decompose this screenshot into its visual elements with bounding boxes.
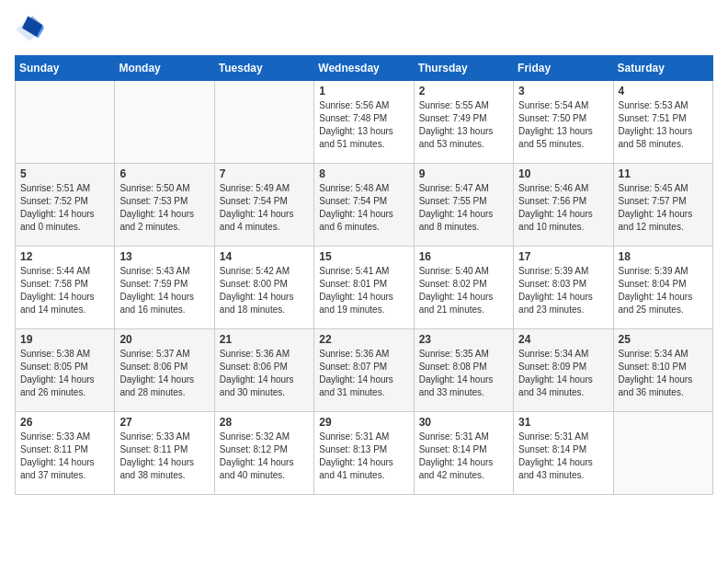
cell-info: Sunrise: 5:43 AM Sunset: 7:59 PM Dayligh… xyxy=(119,265,209,316)
cell-info: Sunrise: 5:33 AM Sunset: 8:11 PM Dayligh… xyxy=(119,431,209,482)
calendar-cell xyxy=(16,81,115,164)
day-number: 3 xyxy=(518,85,608,98)
calendar-cell: 29Sunrise: 5:31 AM Sunset: 8:13 PM Dayli… xyxy=(314,412,414,495)
cell-info: Sunrise: 5:46 AM Sunset: 7:56 PM Dayligh… xyxy=(518,182,608,234)
calendar-cell: 17Sunrise: 5:39 AM Sunset: 8:03 PM Dayli… xyxy=(514,247,613,329)
cell-info: Sunrise: 5:31 AM Sunset: 8:14 PM Dayligh… xyxy=(419,431,508,482)
day-number: 18 xyxy=(619,250,708,263)
calendar-cell: 20Sunrise: 5:37 AM Sunset: 8:06 PM Dayli… xyxy=(115,329,214,412)
calendar-cell: 1Sunrise: 5:56 AM Sunset: 7:48 PM Daylig… xyxy=(314,81,414,164)
cell-info: Sunrise: 5:45 AM Sunset: 7:57 PM Dayligh… xyxy=(619,182,708,234)
day-number: 26 xyxy=(20,416,109,429)
day-number: 4 xyxy=(619,85,708,98)
cell-info: Sunrise: 5:35 AM Sunset: 8:08 PM Dayligh… xyxy=(419,348,508,399)
header-cell-saturday: Saturday xyxy=(613,56,712,81)
week-row-0: 1Sunrise: 5:56 AM Sunset: 7:48 PM Daylig… xyxy=(16,81,713,164)
cell-info: Sunrise: 5:51 AM Sunset: 7:52 PM Dayligh… xyxy=(20,182,109,234)
day-number: 20 xyxy=(119,333,209,346)
cell-info: Sunrise: 5:32 AM Sunset: 8:12 PM Dayligh… xyxy=(220,431,309,482)
cell-info: Sunrise: 5:39 AM Sunset: 8:04 PM Dayligh… xyxy=(619,265,708,316)
header-cell-tuesday: Tuesday xyxy=(214,56,313,81)
day-number: 17 xyxy=(518,250,608,263)
day-number: 16 xyxy=(419,250,508,263)
week-row-4: 26Sunrise: 5:33 AM Sunset: 8:11 PM Dayli… xyxy=(16,412,713,495)
week-row-3: 19Sunrise: 5:38 AM Sunset: 8:05 PM Dayli… xyxy=(16,329,713,412)
calendar-cell: 24Sunrise: 5:34 AM Sunset: 8:09 PM Dayli… xyxy=(514,329,613,412)
calendar-table: SundayMondayTuesdayWednesdayThursdayFrid… xyxy=(15,55,713,495)
day-number: 25 xyxy=(619,333,708,346)
cell-info: Sunrise: 5:37 AM Sunset: 8:06 PM Dayligh… xyxy=(119,348,209,399)
cell-info: Sunrise: 5:55 AM Sunset: 7:49 PM Dayligh… xyxy=(419,99,508,151)
calendar-cell: 7Sunrise: 5:49 AM Sunset: 7:54 PM Daylig… xyxy=(214,164,313,247)
header-cell-monday: Monday xyxy=(115,56,214,81)
calendar-cell: 15Sunrise: 5:41 AM Sunset: 8:01 PM Dayli… xyxy=(314,247,414,329)
calendar-cell: 25Sunrise: 5:34 AM Sunset: 8:10 PM Dayli… xyxy=(613,329,712,412)
calendar-cell: 23Sunrise: 5:35 AM Sunset: 8:08 PM Dayli… xyxy=(414,329,513,412)
day-number: 27 xyxy=(119,416,209,429)
day-number: 24 xyxy=(518,333,608,346)
day-number: 22 xyxy=(319,333,408,346)
header-cell-thursday: Thursday xyxy=(414,56,513,81)
day-number: 23 xyxy=(419,333,508,346)
day-number: 1 xyxy=(319,85,408,98)
cell-info: Sunrise: 5:53 AM Sunset: 7:51 PM Dayligh… xyxy=(619,99,708,151)
calendar-cell: 5Sunrise: 5:51 AM Sunset: 7:52 PM Daylig… xyxy=(16,164,115,247)
day-number: 6 xyxy=(119,167,209,180)
cell-info: Sunrise: 5:36 AM Sunset: 8:07 PM Dayligh… xyxy=(319,348,408,399)
calendar-cell: 9Sunrise: 5:47 AM Sunset: 7:55 PM Daylig… xyxy=(414,164,513,247)
calendar-cell: 22Sunrise: 5:36 AM Sunset: 8:07 PM Dayli… xyxy=(314,329,414,412)
day-number: 8 xyxy=(319,167,408,180)
cell-info: Sunrise: 5:54 AM Sunset: 7:50 PM Dayligh… xyxy=(518,99,608,151)
cell-info: Sunrise: 5:34 AM Sunset: 8:10 PM Dayligh… xyxy=(619,348,708,399)
calendar-cell: 27Sunrise: 5:33 AM Sunset: 8:11 PM Dayli… xyxy=(115,412,214,495)
day-number: 14 xyxy=(220,250,309,263)
day-number: 21 xyxy=(220,333,309,346)
calendar-cell: 3Sunrise: 5:54 AM Sunset: 7:50 PM Daylig… xyxy=(514,81,613,164)
calendar-cell: 12Sunrise: 5:44 AM Sunset: 7:58 PM Dayli… xyxy=(16,247,115,329)
calendar-cell: 11Sunrise: 5:45 AM Sunset: 7:57 PM Dayli… xyxy=(613,164,712,247)
calendar-cell: 28Sunrise: 5:32 AM Sunset: 8:12 PM Dayli… xyxy=(214,412,313,495)
cell-info: Sunrise: 5:41 AM Sunset: 8:01 PM Dayligh… xyxy=(319,265,408,316)
calendar-cell: 8Sunrise: 5:48 AM Sunset: 7:54 PM Daylig… xyxy=(314,164,414,247)
calendar-cell: 19Sunrise: 5:38 AM Sunset: 8:05 PM Dayli… xyxy=(16,329,115,412)
week-row-1: 5Sunrise: 5:51 AM Sunset: 7:52 PM Daylig… xyxy=(16,164,713,247)
calendar-cell: 16Sunrise: 5:40 AM Sunset: 8:02 PM Dayli… xyxy=(414,247,513,329)
calendar-cell: 14Sunrise: 5:42 AM Sunset: 8:00 PM Dayli… xyxy=(214,247,313,329)
calendar-header: SundayMondayTuesdayWednesdayThursdayFrid… xyxy=(16,56,713,81)
page-header xyxy=(15,15,713,44)
cell-info: Sunrise: 5:34 AM Sunset: 8:09 PM Dayligh… xyxy=(518,348,608,399)
calendar-cell: 21Sunrise: 5:36 AM Sunset: 8:06 PM Dayli… xyxy=(214,329,313,412)
cell-info: Sunrise: 5:31 AM Sunset: 8:13 PM Dayligh… xyxy=(319,431,408,482)
cell-info: Sunrise: 5:31 AM Sunset: 8:14 PM Dayligh… xyxy=(518,431,608,482)
day-number: 11 xyxy=(619,167,708,180)
day-number: 5 xyxy=(20,167,109,180)
day-number: 12 xyxy=(20,250,109,263)
day-number: 7 xyxy=(220,167,309,180)
day-number: 19 xyxy=(20,333,109,346)
day-number: 28 xyxy=(220,416,309,429)
calendar-cell: 26Sunrise: 5:33 AM Sunset: 8:11 PM Dayli… xyxy=(16,412,115,495)
day-number: 29 xyxy=(319,416,408,429)
calendar-cell xyxy=(613,412,712,495)
header-cell-friday: Friday xyxy=(514,56,613,81)
cell-info: Sunrise: 5:40 AM Sunset: 8:02 PM Dayligh… xyxy=(419,265,508,316)
header-cell-wednesday: Wednesday xyxy=(314,56,414,81)
day-number: 13 xyxy=(119,250,209,263)
cell-info: Sunrise: 5:47 AM Sunset: 7:55 PM Dayligh… xyxy=(419,182,508,234)
calendar-cell: 13Sunrise: 5:43 AM Sunset: 7:59 PM Dayli… xyxy=(115,247,214,329)
week-row-2: 12Sunrise: 5:44 AM Sunset: 7:58 PM Dayli… xyxy=(16,247,713,329)
header-row: SundayMondayTuesdayWednesdayThursdayFrid… xyxy=(16,56,713,81)
logo xyxy=(15,15,48,44)
calendar-cell: 6Sunrise: 5:50 AM Sunset: 7:53 PM Daylig… xyxy=(115,164,214,247)
cell-info: Sunrise: 5:44 AM Sunset: 7:58 PM Dayligh… xyxy=(20,265,109,316)
calendar-body: 1Sunrise: 5:56 AM Sunset: 7:48 PM Daylig… xyxy=(16,81,713,495)
day-number: 10 xyxy=(518,167,608,180)
cell-info: Sunrise: 5:38 AM Sunset: 8:05 PM Dayligh… xyxy=(20,348,109,399)
day-number: 30 xyxy=(419,416,508,429)
calendar-cell: 10Sunrise: 5:46 AM Sunset: 7:56 PM Dayli… xyxy=(514,164,613,247)
calendar-cell xyxy=(115,81,214,164)
calendar-cell: 31Sunrise: 5:31 AM Sunset: 8:14 PM Dayli… xyxy=(514,412,613,495)
cell-info: Sunrise: 5:48 AM Sunset: 7:54 PM Dayligh… xyxy=(319,182,408,234)
calendar-cell xyxy=(214,81,313,164)
calendar-cell: 2Sunrise: 5:55 AM Sunset: 7:49 PM Daylig… xyxy=(414,81,513,164)
